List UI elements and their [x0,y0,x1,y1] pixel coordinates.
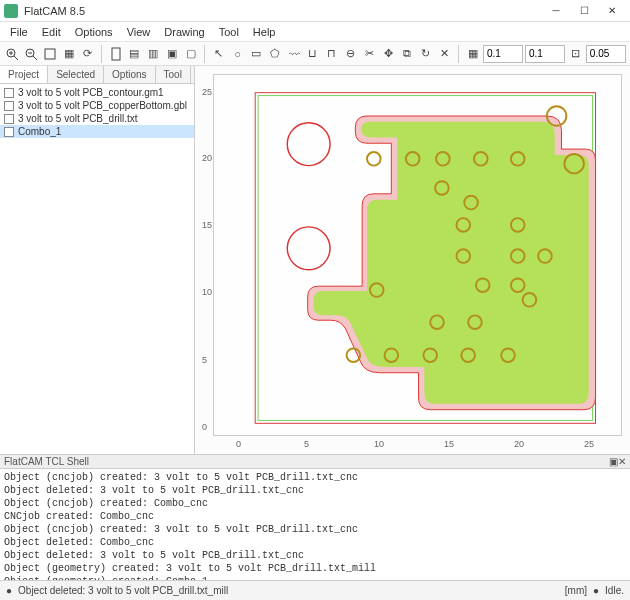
move-icon[interactable]: ✥ [380,45,397,63]
pointer-icon[interactable]: ↖ [210,45,227,63]
copy-icon[interactable]: ⧉ [399,45,416,63]
shell-close-icon[interactable]: ✕ [618,456,626,467]
shell-line: Object deleted: 3 volt to 5 volt PCB_dri… [4,484,626,497]
svg-line-5 [33,56,37,60]
menu-view[interactable]: View [121,24,157,40]
zoom-in-icon[interactable] [4,45,21,63]
svg-rect-7 [45,49,55,59]
status-units: [mm] [565,585,587,596]
menu-file[interactable]: File [4,24,34,40]
gridx-input[interactable] [483,45,523,63]
clear-plot-icon[interactable]: ▦ [61,45,78,63]
shell-line: Object (cncjob) created: 3 volt to 5 vol… [4,523,626,536]
axis-x-label: 10 [374,439,384,449]
tab-options[interactable]: Options [104,66,155,83]
shell-line: Object (cncjob) created: Combo_cnc [4,497,626,510]
status-bullet-icon: ● [593,585,599,596]
svg-point-12 [287,227,330,270]
project-tree: 3 volt to 5 volt PCB_contour.gm13 volt t… [0,84,194,454]
zoom-fit-icon[interactable] [42,45,59,63]
shell-line: Object (geometry) created: 3 volt to 5 v… [4,562,626,575]
snap-icon[interactable]: ⊡ [567,45,584,63]
tab-tool[interactable]: Tool [156,66,191,83]
svg-point-13 [367,152,381,166]
path-icon[interactable]: 〰 [286,45,303,63]
menubar: File Edit Options View Drawing Tool Help [0,22,630,42]
tcl-shell-panel: FlatCAM TCL Shell ▣ ✕ Object (cncjob) cr… [0,454,630,580]
axis-x-label: 25 [584,439,594,449]
axis-y-label: 15 [202,220,212,230]
zoom-out-icon[interactable] [23,45,40,63]
open-excellon-icon[interactable]: ▥ [145,45,162,63]
titlebar: FlatCAM 8.5 ─ ☐ ✕ [0,0,630,22]
tree-item-label: 3 volt to 5 volt PCB_copperBottom.gbl [18,100,187,111]
tree-item-label: Combo_1 [18,126,61,137]
tree-item-label: 3 volt to 5 volt PCB_drill.txt [18,113,138,124]
menu-edit[interactable]: Edit [36,24,67,40]
file-icon [4,114,14,124]
menu-help[interactable]: Help [247,24,282,40]
close-button[interactable]: ✕ [598,0,626,22]
tree-item[interactable]: Combo_1 [0,125,194,138]
circle-icon[interactable]: ○ [229,45,246,63]
axis-y-label: 20 [202,153,212,163]
shell-float-icon[interactable]: ▣ [609,456,618,467]
app-title: FlatCAM 8.5 [24,5,85,17]
shell-line: CNCjob created: Combo_cnc [4,510,626,523]
tab-selected[interactable]: Selected [48,66,104,83]
axis-x-label: 20 [514,439,524,449]
subtract-icon[interactable]: ⊖ [342,45,359,63]
menu-options[interactable]: Options [69,24,119,40]
plot-canvas[interactable]: 25 20 15 10 5 0 0 5 10 15 20 25 [213,74,622,436]
delete-icon[interactable]: ▢ [183,45,200,63]
replot-icon[interactable]: ⟳ [79,45,96,63]
axis-y-label: 25 [202,87,212,97]
menu-drawing[interactable]: Drawing [158,24,210,40]
status-bullet-icon: ● [6,585,12,596]
minimize-button[interactable]: ─ [542,0,570,22]
snap-input[interactable] [586,45,626,63]
union-icon[interactable]: ⊔ [305,45,322,63]
toolbar: ▦ ⟳ ▤ ▥ ▣ ▢ ↖ ○ ▭ ⬠ 〰 ⊔ ⊓ ⊖ ✂ ✥ ⧉ ↻ ✕ ▦ … [0,42,630,66]
axis-y-label: 5 [202,355,207,365]
shell-line: Object deleted: Combo_cnc [4,536,626,549]
menu-tool[interactable]: Tool [213,24,245,40]
status-state: Idle. [605,585,624,596]
statusbar: ● Object deleted: 3 volt to 5 volt PCB_d… [0,580,630,600]
tab-project[interactable]: Project [0,66,48,83]
axis-x-label: 15 [444,439,454,449]
grid-icon[interactable]: ▦ [464,45,481,63]
intersect-icon[interactable]: ⊓ [323,45,340,63]
cut-icon[interactable]: ✂ [361,45,378,63]
cancel-icon[interactable]: ✕ [436,45,453,63]
sidebar-tabs: Project Selected Options Tool [0,66,194,84]
tree-item[interactable]: 3 volt to 5 volt PCB_copperBottom.gbl [0,99,194,112]
rect-icon[interactable]: ▭ [248,45,265,63]
gridy-input[interactable] [525,45,565,63]
status-message: Object deleted: 3 volt to 5 volt PCB_dri… [18,585,228,596]
shell-output[interactable]: Object (cncjob) created: 3 volt to 5 vol… [0,469,630,580]
new-icon[interactable] [107,45,124,63]
svg-rect-8 [112,48,120,60]
file-icon [4,101,14,111]
shell-line: Object deleted: 3 volt to 5 volt PCB_dri… [4,549,626,562]
axis-y-label: 0 [202,422,207,432]
tree-item-label: 3 volt to 5 volt PCB_contour.gm1 [18,87,164,98]
polygon-icon[interactable]: ⬠ [267,45,284,63]
pcb-plot [226,81,615,451]
shell-line: Object (cncjob) created: 3 volt to 5 vol… [4,471,626,484]
canvas-area: 25 20 15 10 5 0 0 5 10 15 20 25 [195,66,630,454]
sidebar: Project Selected Options Tool 3 volt to … [0,66,195,454]
tree-item[interactable]: 3 volt to 5 volt PCB_drill.txt [0,112,194,125]
open-gerber-icon[interactable]: ▤ [126,45,143,63]
shell-line: Object (geometry) created: Combo_1 [4,575,626,580]
maximize-button[interactable]: ☐ [570,0,598,22]
open-gcode-icon[interactable]: ▣ [164,45,181,63]
app-icon [4,4,18,18]
tree-item[interactable]: 3 volt to 5 volt PCB_contour.gm1 [0,86,194,99]
shell-title: FlatCAM TCL Shell [4,456,89,467]
axis-y-label: 10 [202,287,212,297]
rotate-icon[interactable]: ↻ [418,45,435,63]
axis-x-label: 5 [304,439,309,449]
svg-point-11 [287,123,330,166]
